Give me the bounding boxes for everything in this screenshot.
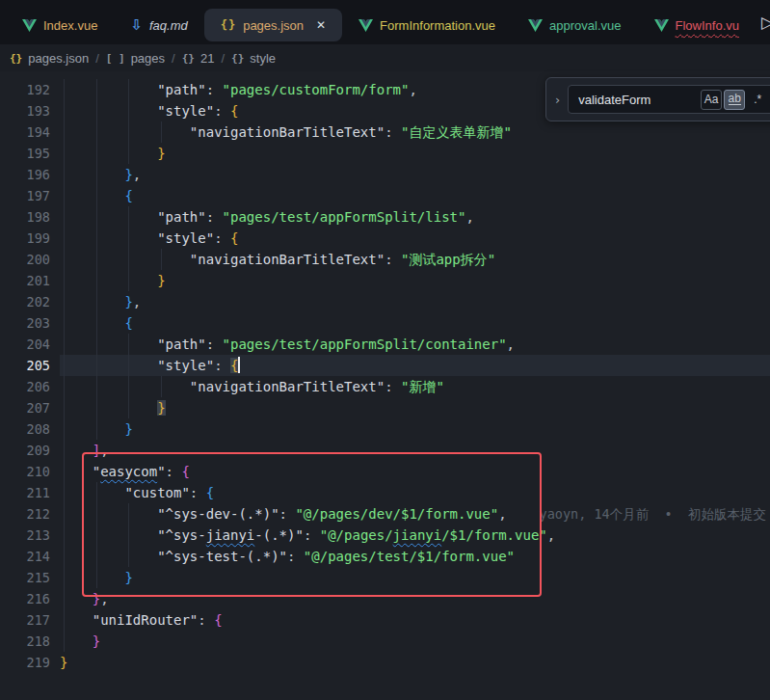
indent-guide — [64, 334, 65, 355]
code-line-215[interactable]: 215} — [0, 567, 770, 588]
tokens: } — [157, 273, 165, 288]
match-case-icon[interactable]: Aa — [701, 90, 722, 110]
code-line-204[interactable]: 204"path": "pages/test/appFormSplit/cont… — [0, 334, 770, 355]
regex-icon[interactable]: .* — [747, 90, 768, 110]
token-warning: jianyi — [206, 527, 255, 543]
line-number[interactable]: 195 — [0, 143, 50, 164]
line-number[interactable]: 210 — [0, 461, 50, 482]
tab-index-vue[interactable]: Index.vue — [6, 9, 114, 41]
line-content: "custom": { — [60, 482, 770, 503]
code-line-202[interactable]: 202}, — [0, 291, 770, 312]
code-line-219[interactable]: 219} — [0, 652, 770, 673]
indent-guide — [128, 79, 129, 100]
run-button[interactable]: ▷ — [761, 13, 770, 32]
code-line-206[interactable]: 206"navigationBarTitleText": "新增" — [0, 376, 770, 397]
code-line-200[interactable]: 200"navigationBarTitleText": "测试app拆分" — [0, 249, 770, 270]
code-line-210[interactable]: 210"easycom": { — [0, 461, 770, 482]
whole-word-icon[interactable]: ab — [724, 90, 745, 110]
tab-approval-vue[interactable]: approval.vue — [512, 9, 637, 41]
code-line-214[interactable]: 214"^sys-test-(.*)": "@/pages/test/$1/fo… — [0, 546, 770, 567]
code-line-195[interactable]: 195} — [0, 143, 770, 164]
code-line-205[interactable]: 205"style": { — [0, 355, 770, 376]
indent-guide — [96, 546, 97, 567]
line-number[interactable]: 207 — [0, 397, 50, 418]
code-line-201[interactable]: 201} — [0, 270, 770, 291]
vue-icon — [358, 19, 373, 32]
line-number[interactable]: 211 — [0, 482, 50, 503]
indent-guide — [64, 588, 65, 609]
token: : — [214, 230, 230, 246]
indent-guide — [161, 376, 162, 397]
code-editor[interactable]: 192"path": "pages/customForm/form",193"s… — [0, 71, 770, 700]
code-line-198[interactable]: 198"path": "pages/test/appFormSplit/list… — [0, 206, 770, 228]
line-number[interactable]: 196 — [0, 164, 50, 185]
code-line-194[interactable]: 194"navigationBarTitleText": "自定义表单新增" — [0, 121, 770, 143]
line-number[interactable]: 201 — [0, 270, 50, 291]
code-line-217[interactable]: 217"uniIdRouter": { — [0, 609, 770, 631]
indent-guide — [96, 79, 97, 100]
toggle-replace-chevron-icon[interactable]: › — [546, 93, 568, 107]
code-line-216[interactable]: 216}, — [0, 588, 770, 609]
line-number[interactable]: 212 — [0, 503, 50, 525]
tab-flowinfo-vu[interactable]: FlowInfo.vu — [638, 9, 756, 41]
line-number[interactable]: 206 — [0, 376, 50, 397]
token: /$1/form.vue" — [441, 527, 547, 543]
line-number[interactable]: 203 — [0, 312, 50, 334]
breadcrumb-item-21[interactable]: {}21 — [182, 51, 215, 66]
code-line-199[interactable]: 199"style": { — [0, 228, 770, 249]
tab-faq-md[interactable]: ⇩faq.md — [114, 9, 203, 41]
token: , — [133, 294, 141, 310]
breadcrumb-item-pages[interactable]: [ ]pages — [106, 51, 165, 66]
code-line-197[interactable]: 197{ — [0, 185, 770, 206]
close-tab-icon[interactable]: ✕ — [316, 18, 326, 32]
indent-guide — [128, 503, 129, 525]
line-number[interactable]: 199 — [0, 228, 50, 249]
code-line-203[interactable]: 203{ — [0, 312, 770, 334]
tab-label: FormInformation.vue — [380, 18, 495, 33]
find-input[interactable] — [569, 92, 701, 108]
line-number[interactable]: 218 — [0, 631, 50, 652]
token: { — [206, 485, 214, 500]
line-number[interactable]: 192 — [0, 79, 50, 100]
code-line-211[interactable]: 211"custom": { — [0, 482, 770, 503]
breadcrumb-item-style[interactable]: {}style — [231, 51, 276, 66]
line-number[interactable]: 200 — [0, 249, 50, 270]
code-line-212[interactable]: 212"^sys-dev-(.*)": "@/pages/dev/$1/form… — [0, 503, 770, 525]
line-number[interactable]: 197 — [0, 185, 50, 206]
indent-guide — [128, 270, 129, 291]
token: "pages/customForm/form" — [223, 82, 410, 97]
line-number[interactable]: 213 — [0, 525, 50, 546]
code-line-218[interactable]: 218} — [0, 631, 770, 652]
line-number[interactable]: 204 — [0, 334, 50, 355]
code-line-196[interactable]: 196}, — [0, 164, 770, 185]
line-number[interactable]: 205 — [0, 355, 50, 376]
tab-label: pages.json — [243, 18, 304, 33]
line-number[interactable]: 219 — [0, 652, 50, 673]
line-content: }, — [60, 588, 770, 609]
token: : — [214, 103, 230, 119]
tab-pages-json[interactable]: {}pages.json✕ — [204, 9, 342, 41]
indent-guide — [161, 249, 162, 270]
tokens: { — [124, 188, 132, 203]
code-line-209[interactable]: 209], — [0, 440, 770, 461]
code-line-208[interactable]: 208} — [0, 418, 770, 440]
tab-forminformation-vue[interactable]: FormInformation.vue — [342, 9, 512, 41]
line-number[interactable]: 208 — [0, 418, 50, 440]
code-line-213[interactable]: 213"^sys-jianyi-(.*)": "@/pages/jianyi/$… — [0, 525, 770, 546]
indent-guide — [64, 609, 65, 631]
line-number[interactable]: 202 — [0, 291, 50, 312]
code-line-207[interactable]: 207} — [0, 397, 770, 418]
line-number[interactable]: 194 — [0, 121, 50, 143]
line-number[interactable]: 215 — [0, 567, 50, 588]
tokens: "path": "pages/test/appFormSplit/list", — [157, 209, 474, 225]
tokens: } — [60, 655, 67, 670]
line-number[interactable]: 214 — [0, 546, 50, 567]
line-number[interactable]: 216 — [0, 588, 50, 609]
line-number[interactable]: 209 — [0, 440, 50, 461]
token-warning: easycom — [100, 464, 157, 479]
vue-icon — [528, 19, 543, 32]
line-number[interactable]: 193 — [0, 100, 50, 121]
breadcrumb-item-pages.json[interactable]: {}pages.json — [10, 51, 89, 66]
line-number[interactable]: 198 — [0, 206, 50, 228]
line-number[interactable]: 217 — [0, 609, 50, 631]
